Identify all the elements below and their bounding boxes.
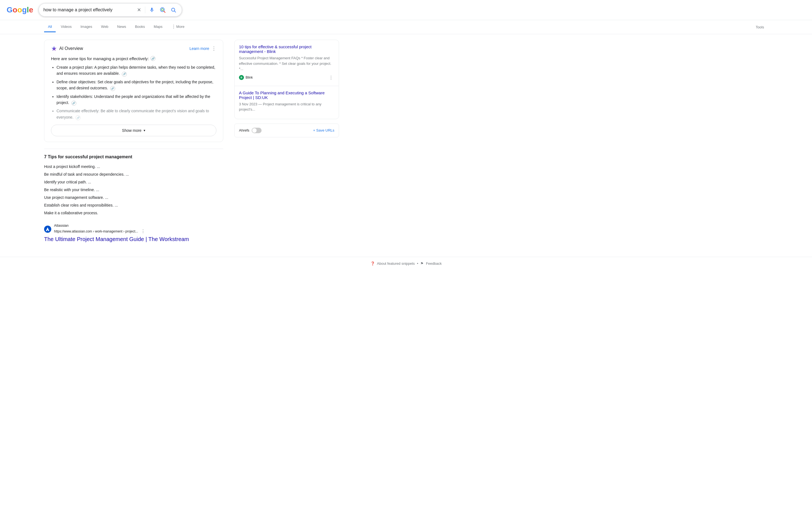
tab-all[interactable]: All: [44, 22, 56, 32]
google-logo[interactable]: G o o g l e: [7, 5, 33, 14]
item-link-icon-1[interactable]: 🔗: [122, 72, 127, 77]
learn-more-button[interactable]: Learn more: [189, 46, 209, 51]
ahrefs-widget: Ahrefs + Save URLs: [234, 124, 339, 137]
clear-icon: ✕: [137, 7, 141, 13]
list-item: Create a project plan: A project plan he…: [56, 64, 217, 77]
ahrefs-left: Ahrefs: [239, 128, 261, 133]
logo-letter-o1: o: [13, 5, 17, 14]
ahrefs-label: Ahrefs: [239, 128, 249, 132]
feedback-icon: ⚑: [420, 261, 424, 265]
source-url: https://www.atlassian.com › work-managem…: [54, 229, 138, 233]
list-item: Make it a collaborative process.: [44, 209, 223, 217]
list-item-faded: Communicate effectively: Be able to clea…: [56, 108, 217, 120]
snippet-title: 7 Tips for successful project management: [44, 155, 223, 159]
source-url-row: https://www.atlassian.com › work-managem…: [54, 227, 146, 235]
clear-button[interactable]: ✕: [136, 6, 142, 14]
right-card-item-1: 10 tips for effective & successful proje…: [235, 40, 339, 86]
source-options-button[interactable]: ⋮: [140, 227, 146, 235]
ai-overview-header: AI Overview Learn more ⋮: [51, 45, 217, 51]
item-link-icon-4[interactable]: 🔗: [76, 115, 81, 120]
right-source-name-1: B Blink: [239, 75, 253, 80]
right-card-desc-2: 3 Nov 2023 — Project management is criti…: [239, 101, 334, 112]
about-snippets-link[interactable]: About featured snippets: [377, 261, 415, 265]
ai-overview-label: AI Overview: [59, 46, 83, 51]
snippet-list: Host a project kickoff meeting. ... Be m…: [44, 163, 223, 217]
card1-options-button[interactable]: ⋮: [328, 74, 334, 81]
search-icons: ✕: [136, 6, 177, 14]
lens-button[interactable]: [158, 6, 167, 14]
svg-line-4: [175, 11, 176, 12]
result-title-link[interactable]: The Ultimate Project Management Guide | …: [44, 236, 189, 242]
list-item: Identify your critical path. ...: [44, 178, 223, 186]
tab-web[interactable]: Web: [97, 22, 112, 32]
right-cards: 10 tips for effective & successful proje…: [234, 40, 339, 119]
intro-link-icon[interactable]: 🔗: [150, 56, 155, 61]
footer-dot: •: [417, 261, 418, 265]
save-urls-button[interactable]: + Save URLs: [313, 128, 334, 132]
tab-images[interactable]: Images: [77, 22, 96, 32]
logo-letter-g2: g: [22, 5, 27, 14]
list-item: Establish clear roles and responsibiliti…: [44, 201, 223, 209]
right-card-title-2[interactable]: A Guide To Planning and Executing a Soft…: [239, 90, 334, 100]
source-info: Atlassian https://www.atlassian.com › wo…: [54, 223, 146, 235]
item-link-icon-2[interactable]: 🔗: [110, 86, 115, 91]
search-input[interactable]: how to manage a project effectively: [43, 7, 133, 12]
logo-letter-o2: o: [17, 5, 22, 14]
search-icon: [171, 7, 176, 13]
voice-search-button[interactable]: [148, 6, 156, 14]
question-icon: ❓: [371, 261, 375, 265]
svg-point-1: [161, 8, 163, 10]
tab-more[interactable]: ⋮ More: [168, 21, 189, 33]
nav-tabs: All Videos Images Web News Books Maps ⋮ …: [0, 20, 812, 34]
atlassian-icon: [45, 227, 50, 231]
tools-tab[interactable]: Tools: [752, 22, 768, 32]
ai-overview-box: AI Overview Learn more ⋮ Here are some t…: [44, 40, 223, 142]
list-item: Host a project kickoff meeting. ...: [44, 163, 223, 170]
logo-letter-e: e: [29, 5, 33, 14]
main-content: AI Overview Learn more ⋮ Here are some t…: [0, 34, 386, 250]
footer-feedback: ❓ About featured snippets • ⚑ Feedback: [0, 257, 812, 270]
list-item: Identify stakeholders: Understand the pe…: [56, 93, 217, 106]
source-favicon-blink: B: [239, 75, 244, 80]
ahrefs-toggle[interactable]: [252, 128, 261, 133]
right-card-title-1[interactable]: 10 tips for effective & successful proje…: [239, 44, 334, 54]
list-item: Use project management software. ...: [44, 194, 223, 201]
list-item: Be realistic with your timeline. ...: [44, 186, 223, 194]
divider: [44, 149, 223, 149]
right-column: 10 tips for effective & successful proje…: [234, 40, 339, 245]
logo-letter-g: G: [7, 5, 13, 14]
item-link-icon-3[interactable]: 🔗: [71, 101, 76, 105]
tab-news[interactable]: News: [113, 22, 130, 32]
more-dots-icon: ⋮: [172, 24, 176, 29]
source-favicon: [44, 225, 51, 233]
source-name: Atlassian: [54, 223, 146, 227]
mic-icon: [149, 7, 155, 13]
ai-overview-title: AI Overview: [51, 45, 83, 51]
chevron-down-icon: ▾: [144, 129, 145, 132]
header: G o o g l e how to manage a project effe…: [0, 0, 812, 20]
tab-books[interactable]: Books: [131, 22, 149, 32]
list-item: Be mindful of task and resource dependen…: [44, 170, 223, 178]
ai-bullet-list: Create a project plan: A project plan he…: [51, 64, 217, 120]
ai-intro-text: Here are some tips for managing a projec…: [51, 56, 217, 61]
feedback-link[interactable]: Feedback: [426, 261, 441, 265]
ai-more-options-button[interactable]: ⋮: [211, 45, 217, 51]
logo-letter-l: l: [27, 5, 29, 14]
right-card-source-1: B Blink ⋮: [239, 74, 334, 81]
right-card-item-2: A Guide To Planning and Executing a Soft…: [235, 86, 339, 119]
ai-overview-actions: Learn more ⋮: [189, 45, 217, 51]
svg-line-2: [164, 11, 165, 12]
featured-snippet: 7 Tips for successful project management…: [44, 155, 223, 217]
left-column: AI Overview Learn more ⋮ Here are some t…: [44, 40, 223, 245]
search-button[interactable]: [170, 6, 177, 14]
show-more-label: Show more: [122, 128, 142, 133]
right-card-desc-1: Successful Project Management FAQs * Fos…: [239, 55, 334, 72]
show-more-button[interactable]: Show more ▾: [51, 125, 217, 136]
source-meta: Atlassian https://www.atlassian.com › wo…: [44, 223, 223, 235]
tab-videos[interactable]: Videos: [57, 22, 76, 32]
tab-maps[interactable]: Maps: [150, 22, 166, 32]
source-result: Atlassian https://www.atlassian.com › wo…: [44, 223, 223, 243]
search-bar: how to manage a project effectively ✕: [39, 3, 182, 16]
lens-icon: [159, 7, 165, 13]
list-item: Define clear objectives: Set clear goals…: [56, 79, 217, 91]
